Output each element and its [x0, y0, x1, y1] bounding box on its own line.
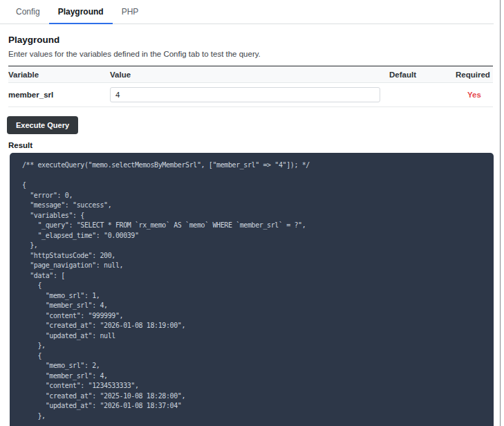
tab-bar: Config Playground PHP — [0, 0, 494, 24]
default-cell — [389, 83, 456, 107]
value-input[interactable] — [110, 87, 380, 102]
result-label: Result — [8, 141, 494, 149]
table-row: member_srl Yes — [8, 83, 493, 107]
variables-table: Variable Value Default Required member_s… — [8, 66, 493, 107]
page-title: Playground — [8, 35, 494, 45]
tab-playground[interactable]: Playground — [49, 0, 113, 24]
table-header-row: Variable Value Default Required — [8, 66, 493, 83]
tab-config[interactable]: Config — [7, 0, 49, 24]
result-code-block: /** executeQuery("memo.selectMemosByMemb… — [10, 153, 494, 426]
required-badge: Yes — [456, 83, 493, 107]
column-header-value: Value — [110, 66, 389, 83]
viewport-right-border — [500, 0, 501, 426]
execute-query-button[interactable]: Execute Query — [7, 116, 78, 134]
playground-panel: Playground Enter values for the variable… — [0, 35, 494, 426]
tab-php[interactable]: PHP — [113, 0, 148, 24]
variable-name: member_srl — [8, 83, 110, 107]
column-header-default: Default — [389, 66, 456, 83]
column-header-variable: Variable — [8, 66, 110, 83]
column-header-required: Required — [456, 66, 493, 83]
value-cell — [110, 83, 389, 107]
page-description: Enter values for the variables defined i… — [8, 50, 494, 58]
